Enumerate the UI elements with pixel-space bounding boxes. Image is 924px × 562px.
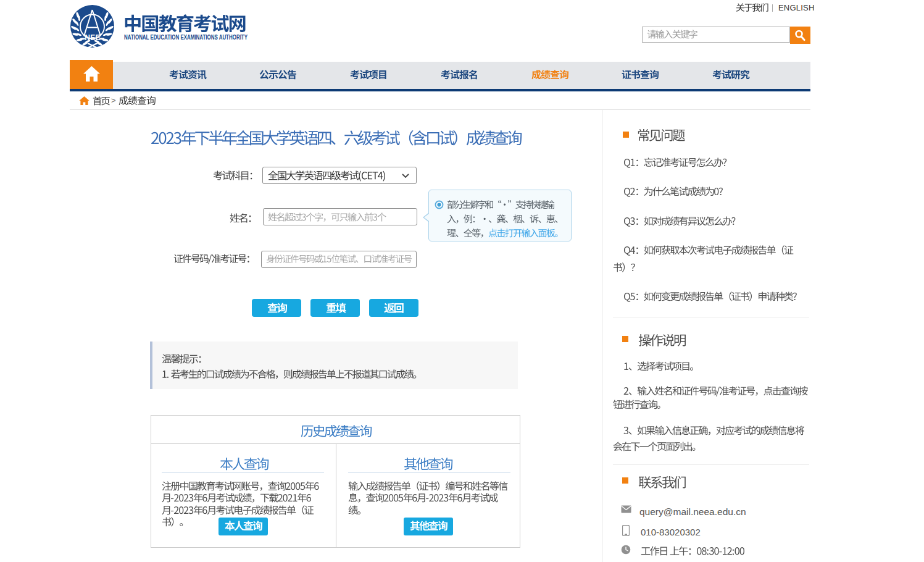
- svg-text:NEE: NEE: [85, 33, 101, 42]
- svg-text:NATIONAL EDUCATION EXAMINATION: NATIONAL EDUCATION EXAMINATIONS AUTHORIT…: [124, 33, 248, 41]
